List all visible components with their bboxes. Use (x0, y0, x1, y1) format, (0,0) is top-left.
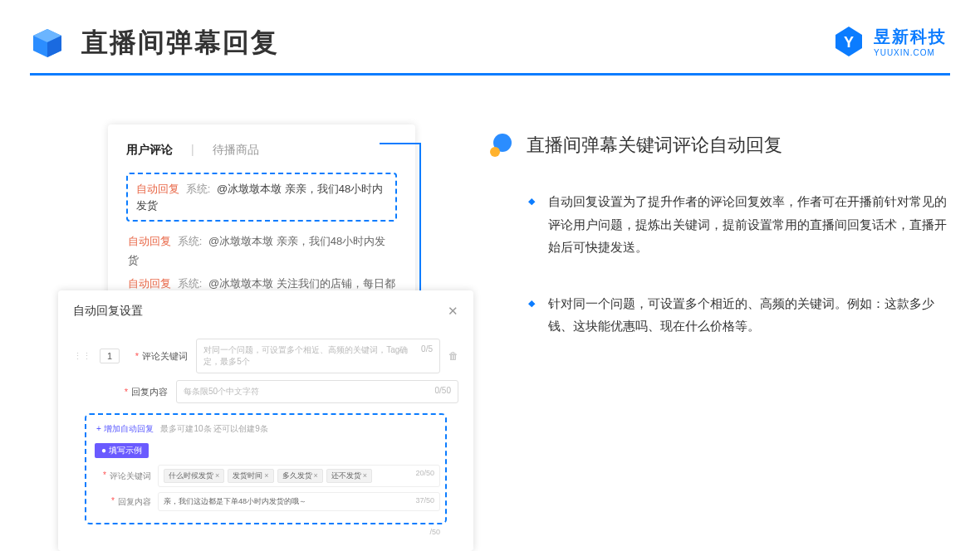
drag-handle-icon[interactable]: ⋮⋮ (73, 351, 91, 362)
mini-content-input[interactable]: 亲，我们这边都是下单48小时内发货的哦～ 37/50 (158, 492, 440, 511)
bullet-item: 针对同一个问题，可设置多个相近的、高频的关键词。例如：这款多少钱、这块能优惠吗、… (535, 293, 947, 339)
char-count: 0/5 (421, 344, 433, 354)
mini-content-label: *回复内容 (91, 496, 151, 508)
brand-logo: Y 昱新科技 YUUXIN.COM (832, 25, 947, 58)
connector-line (380, 143, 419, 144)
system-label: 系统: (178, 277, 203, 290)
divider (30, 73, 950, 76)
system-label: 系统: (186, 183, 211, 195)
settings-card: 自动回复设置 ✕ ⋮⋮ 1 *评论关键词 对同一个问题，可设置多个相近、高频的关… (58, 290, 473, 551)
svg-text:Y: Y (844, 34, 854, 51)
brand-en: YUUXIN.COM (874, 48, 947, 57)
delete-icon[interactable]: 🗑 (448, 350, 458, 362)
cube-icon (30, 26, 65, 61)
keyword-chip[interactable]: 什么时候发货× (164, 469, 224, 483)
section-icon (490, 134, 513, 157)
index-box: 1 (100, 349, 120, 363)
mini-keyword-label: *评论关键词 (91, 471, 151, 482)
tab-pending-goods[interactable]: 待播商品 (213, 143, 259, 158)
example-badge: ● 填写示例 (95, 443, 149, 458)
brand-cn: 昱新科技 (874, 26, 947, 48)
close-icon[interactable]: ✕ (448, 304, 458, 319)
content-label: *回复内容 (108, 386, 168, 398)
keyword-chip[interactable]: 多久发货× (277, 469, 323, 483)
auto-reply-tag: 自动回复 (136, 183, 179, 195)
keyword-chip[interactable]: 还不发货× (326, 469, 372, 483)
tab-divider: | (191, 143, 194, 158)
settings-title: 自动回复设置 (73, 304, 143, 319)
add-hint: 最多可建10条 还可以创建9条 (160, 424, 267, 433)
outer-count: /50 (73, 524, 458, 536)
example-box: + 增加自动回复 最多可建10条 还可以创建9条 ● 填写示例 *评论关键词 什… (85, 413, 447, 524)
add-reply-link[interactable]: + 增加自动回复 最多可建10条 还可以创建9条 (91, 423, 440, 435)
highlighted-comment: 自动回复 系统: @冰墩墩本墩 亲亲，我们48小时内发货 (126, 173, 397, 222)
char-count: 37/50 (415, 496, 434, 505)
keyword-label: *评论关键词 (128, 350, 188, 363)
auto-reply-tag: 自动回复 (128, 235, 171, 247)
page-title: 直播间弹幕回复 (81, 25, 279, 61)
keyword-input[interactable]: 对同一个问题，可设置多个相近、高频的关键词，Tag确定，最多5个 0/5 (196, 339, 440, 373)
tab-user-comments[interactable]: 用户评论 (126, 143, 173, 158)
system-label: 系统: (178, 235, 203, 247)
comment-row: 自动回复 系统: @冰墩墩本墩 亲亲，我们48小时内发货 (126, 232, 397, 271)
content-input[interactable]: 每条限50个中文字符 0/50 (176, 380, 458, 403)
section-title: 直播间弹幕关键词评论自动回复 (527, 133, 782, 158)
brand-icon: Y (832, 25, 865, 58)
bullet-item: 自动回复设置为了提升作者的评论回复效率，作者可在开播前针对常见的评论用户问题，提… (535, 191, 947, 260)
auto-reply-tag: 自动回复 (128, 277, 171, 290)
char-count: 20/50 (415, 469, 434, 477)
mini-keyword-input[interactable]: 什么时候发货× 发货时间× 多久发货× 还不发货× 20/50 (158, 465, 440, 487)
char-count: 0/50 (435, 386, 451, 395)
keyword-chip[interactable]: 发货时间× (228, 469, 273, 483)
